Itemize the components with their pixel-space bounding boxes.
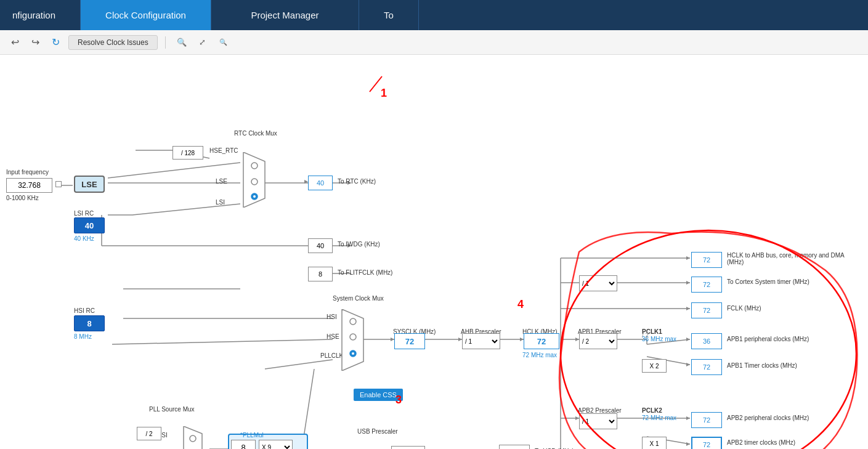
lsi-rc-box[interactable]: 40 xyxy=(74,217,105,233)
hclk-div1-dropdown[interactable]: / 1 xyxy=(580,280,617,288)
lsi-label: LSI xyxy=(216,199,225,206)
usb-div-select[interactable]: / 1 / 1.5 xyxy=(391,446,425,449)
pllmul-x9-select[interactable]: X 9 X 2 xyxy=(259,440,293,449)
input-freq-range-top: 0-1000 KHz xyxy=(6,195,39,201)
input-freq-label-top: Input frequency xyxy=(6,169,49,176)
toolbar: ↩ ↪ ↻ Resolve Clock Issues 🔍 ⤢ 🔍 xyxy=(0,30,868,55)
tab-project-manager[interactable]: Project Manager xyxy=(211,0,359,30)
usb-prescaler-label: USB Prescaler xyxy=(357,428,398,435)
svg-point-64 xyxy=(350,318,356,325)
lse-box[interactable]: LSE xyxy=(74,176,105,193)
svg-marker-52 xyxy=(686,307,690,310)
resolve-clock-issues-button[interactable]: Resolve Clock Issues xyxy=(68,35,158,50)
lsi-rc-label: LSI RC xyxy=(74,210,94,217)
tab-to[interactable]: To xyxy=(359,0,419,30)
apb1-timer-box[interactable]: 72 xyxy=(691,359,722,375)
refresh-button[interactable]: ↻ xyxy=(48,34,63,51)
apb1-periph-label: APB1 peripheral clocks (MHz) xyxy=(727,336,809,342)
zoom-in-button[interactable]: 🔍 xyxy=(173,35,190,49)
svg-point-60 xyxy=(251,179,258,185)
to-flitfclk-label: To FLITFCLK (MHz) xyxy=(338,269,392,276)
iwdg-output-box[interactable]: 40 xyxy=(308,238,333,253)
hclk-box[interactable]: 72 xyxy=(524,333,559,349)
fclk-box[interactable]: 72 xyxy=(691,302,722,318)
svg-point-69 xyxy=(190,435,196,442)
ahb-div-dropdown[interactable]: / 1 / 2 xyxy=(463,338,500,346)
pllmul-label: *PLLMul xyxy=(240,432,264,439)
svg-marker-53 xyxy=(686,338,690,341)
apb2-div-select[interactable]: / 1 / 2 xyxy=(579,413,617,429)
apb1-value-box[interactable]: 36 xyxy=(691,333,722,349)
flitfclk-output-box[interactable]: 8 xyxy=(308,267,333,281)
hsi-rc-label: HSI RC xyxy=(74,307,95,314)
svg-line-72 xyxy=(370,76,382,92)
svg-marker-51 xyxy=(686,281,690,285)
hclk-ahb-label: HCLK to AHB bus, core, memory and DMA (M… xyxy=(727,252,850,265)
svg-marker-56 xyxy=(686,442,690,446)
ahb-div-select[interactable]: / 1 / 2 xyxy=(462,333,500,349)
pclk2-label: PCLK2 xyxy=(642,407,662,414)
connector-square xyxy=(55,181,62,187)
apb1-div2-label: / 2 xyxy=(642,332,649,339)
enable-css-button[interactable]: Enable CSS xyxy=(354,389,403,401)
sysclk-mux-shape xyxy=(336,309,370,371)
system-clock-mux-label: System Clock Mux xyxy=(333,295,384,302)
apb1-x2-box[interactable]: X 2 xyxy=(642,359,667,373)
to-iwdg-label: To IWDG (KHz) xyxy=(338,241,380,248)
undo-button[interactable]: ↩ xyxy=(7,34,23,51)
svg-line-1 xyxy=(108,163,240,178)
sysclk-box[interactable]: 72 xyxy=(394,333,425,349)
pllmul-value-box[interactable]: 8 xyxy=(231,440,256,449)
annotation-line-1 xyxy=(357,73,394,98)
top-nav: nfiguration Clock Configuration Project … xyxy=(0,0,868,30)
apb1-div-dropdown[interactable]: / 2 / 1 / 4 xyxy=(580,338,617,346)
pllmul-x9-dropdown[interactable]: X 9 X 2 xyxy=(259,443,292,450)
zoom-out-button[interactable]: 🔍 xyxy=(216,36,230,47)
rtc-mux-shape xyxy=(237,152,271,208)
svg-marker-54 xyxy=(686,363,690,366)
fit-button[interactable]: ⤢ xyxy=(195,35,209,49)
div128-box[interactable]: / 128 xyxy=(172,146,203,160)
lse-label2: LSE xyxy=(216,178,227,185)
svg-point-67 xyxy=(352,352,354,355)
apb2-timer-box[interactable]: 72 xyxy=(691,437,722,449)
pll-mux-shape xyxy=(177,426,208,449)
svg-marker-50 xyxy=(686,256,690,260)
input-freq-value-top[interactable]: 32.768 xyxy=(6,178,52,193)
apb2-timer-label: APB2 timer clocks (MHz) xyxy=(727,439,795,446)
svg-line-16 xyxy=(265,360,333,369)
svg-point-62 xyxy=(253,195,256,198)
hclk-ahb-box[interactable]: 72 xyxy=(691,252,722,268)
annotation-1: 1 xyxy=(381,87,387,100)
rtc-output-box[interactable]: 40 xyxy=(308,176,333,190)
rtc-clock-mux-label: RTC Clock Mux xyxy=(234,130,277,137)
hsi-rc-box[interactable]: 8 xyxy=(74,315,105,331)
hse-rtc-label: HSE_RTC xyxy=(209,147,238,154)
to-usb-value-box[interactable]: 72 xyxy=(499,445,530,449)
apb2-x1-box[interactable]: X 1 xyxy=(642,437,667,449)
annotation-4: 4 xyxy=(517,298,524,311)
lsi-rc-freq: 40 KHz xyxy=(74,235,94,242)
apb2-div-dropdown[interactable]: / 1 / 2 xyxy=(580,418,617,426)
svg-line-15 xyxy=(112,339,333,344)
cortex-label: To Cortex System timer (MHz) xyxy=(727,278,809,285)
apb2-periph-label: APB2 peripheral clocks (MHz) xyxy=(727,415,809,421)
hclk-div1-select[interactable]: / 1 xyxy=(579,275,617,291)
redo-button[interactable]: ↪ xyxy=(28,34,43,51)
hclk-max-label: 72 MHz max xyxy=(522,352,557,358)
fclk-label: FCLK (MHz) xyxy=(727,305,761,312)
tab-configuration[interactable]: nfiguration xyxy=(0,0,81,30)
pclk2-max-label: 72 MHz max xyxy=(642,415,676,421)
apb2-value-box[interactable]: 72 xyxy=(691,412,722,428)
separator xyxy=(165,36,166,49)
apb1-div-select[interactable]: / 2 / 1 / 4 xyxy=(579,333,617,349)
pll-source-mux-label: PLL Source Mux xyxy=(149,406,195,413)
cortex-box[interactable]: 72 xyxy=(691,277,722,293)
clock-diagram-canvas: Input frequency 32.768 0-1000 KHz LSE LS… xyxy=(0,55,868,449)
tab-clock-configuration[interactable]: Clock Configuration xyxy=(81,0,211,30)
hsi-rc-freq: 8 MHz xyxy=(74,333,92,340)
svg-marker-55 xyxy=(686,416,690,420)
pll-div2-box[interactable]: / 2 xyxy=(137,427,161,440)
apb1-timer-label: APB1 Timer clocks (MHz) xyxy=(727,362,797,369)
to-rtc-label: To RTC (KHz) xyxy=(338,178,376,185)
